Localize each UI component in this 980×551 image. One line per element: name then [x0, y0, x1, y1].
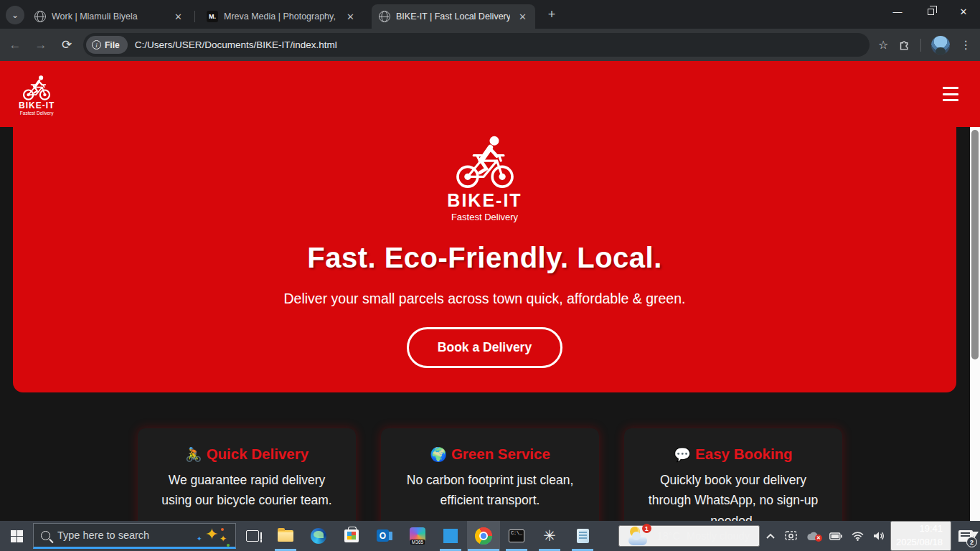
notepad-icon: [577, 529, 589, 543]
chatgpt-button[interactable]: ✳: [533, 521, 566, 551]
back-button[interactable]: ←: [4, 34, 26, 56]
bookmark-star-icon[interactable]: ☆: [878, 38, 888, 52]
reload-button[interactable]: ⟳: [56, 34, 77, 56]
hero-heading: Fast. Eco-Friendly. Local.: [307, 242, 662, 274]
chatgpt-icon: ✳: [542, 528, 557, 544]
weather-temp: 18°C: [657, 530, 680, 542]
logo-tagline: Fastest Delivery: [20, 110, 54, 116]
mreva-favicon-icon: M.: [207, 11, 218, 22]
new-tab-button[interactable]: +: [542, 5, 561, 24]
card-body: No carbon footprint just clean, efficien…: [395, 470, 585, 511]
start-button[interactable]: [0, 521, 33, 551]
book-delivery-button[interactable]: Book a Delivery: [407, 327, 562, 368]
card-body: We guarantee rapid delivery using our bi…: [152, 470, 341, 511]
clock-date: 2025/08/18: [896, 536, 943, 550]
microsoft-store-button[interactable]: [335, 521, 368, 551]
tab-title: Work | Mlamuli Biyela: [52, 11, 166, 22]
tab-work[interactable]: Work | Mlamuli Biyela ✕: [27, 4, 191, 29]
outlook-icon: O: [377, 529, 392, 543]
feature-cards: 🚴Quick Delivery We guarantee rapid deliv…: [0, 428, 980, 521]
edge-icon: [311, 528, 326, 544]
globe-emoji-icon: 🌍: [430, 447, 447, 462]
menu-kebab-icon[interactable]: ⋮: [960, 38, 971, 52]
terminal-icon: C:\_: [509, 529, 524, 542]
clock-time: 19:41: [896, 522, 943, 536]
cast-display-icon[interactable]: [785, 531, 797, 541]
edge-button[interactable]: [302, 521, 335, 551]
battery-icon[interactable]: [829, 532, 842, 540]
mostly-cloudy-night-icon: 1: [628, 527, 650, 545]
chip-label: File: [105, 40, 120, 50]
vscode-button[interactable]: [434, 521, 467, 551]
hero-section: BIKE-IT Fastest Delivery Fast. Eco-Frien…: [13, 127, 956, 392]
tab-close-icon[interactable]: ✕: [171, 11, 185, 22]
tab-mreva[interactable]: M. Mreva Media | Photography, Vi ✕: [199, 4, 363, 29]
clock-widget[interactable]: 19:41 2025/08/18: [890, 521, 951, 551]
onedrive-error-icon[interactable]: ✕: [806, 532, 820, 541]
address-bar[interactable]: i File C:/Users/USER/Documents/BIKE-IT/i…: [83, 33, 870, 57]
site-logo-small[interactable]: BIKE-IT Fastest Delivery: [19, 75, 55, 116]
cyclist-icon: [20, 75, 53, 100]
taskbar-search[interactable]: ✦✦✦: [33, 523, 236, 549]
file-scheme-chip[interactable]: i File: [86, 36, 128, 54]
weather-widget[interactable]: 1 18°C Mostly cloudy: [618, 525, 760, 547]
profile-avatar[interactable]: [931, 36, 950, 55]
speech-balloon-emoji-icon: 💬: [674, 447, 691, 462]
task-view-button[interactable]: [236, 521, 269, 551]
tab-title: BIKE-IT | Fast Local Delivery: [396, 11, 510, 22]
logo-tagline: Fastest Delivery: [451, 212, 518, 222]
scroll-down-arrow-icon: [970, 532, 979, 538]
forward-button[interactable]: →: [30, 34, 52, 56]
restore-button[interactable]: [914, 0, 947, 23]
m365-copilot-button[interactable]: M365: [401, 521, 434, 551]
cyclist-icon: [449, 134, 521, 189]
tab-close-icon[interactable]: ✕: [516, 11, 529, 22]
volume-icon[interactable]: [873, 531, 885, 541]
notification-count-badge: 2: [966, 537, 977, 547]
card-easy-booking: 💬Easy Booking Quickly book your delivery…: [624, 428, 842, 521]
command-prompt-button[interactable]: C:\_: [500, 521, 533, 551]
chrome-button[interactable]: [467, 521, 500, 551]
card-title: 🚴Quick Delivery: [152, 446, 341, 463]
search-input[interactable]: [57, 529, 172, 541]
onedrive-error-badge: ✕: [815, 534, 822, 542]
screen: ⌄ Work | Mlamuli Biyela ✕ M. Mreva Media…: [0, 0, 980, 551]
site-navbar: BIKE-IT Fastest Delivery: [0, 61, 980, 127]
windows-logo-icon: [11, 530, 23, 542]
search-icon: [41, 531, 50, 540]
tab-close-icon[interactable]: ✕: [344, 11, 357, 22]
wifi-icon[interactable]: [852, 532, 864, 541]
taskbar-right: 1 18°C Mostly cloudy ✕: [618, 521, 980, 551]
globe-favicon-icon: [34, 11, 46, 22]
toolbar-right: ☆ ⋮: [878, 36, 971, 55]
file-explorer-button[interactable]: [269, 521, 302, 551]
scrollbar-thumb[interactable]: [971, 130, 979, 359]
card-quick-delivery: 🚴Quick Delivery We guarantee rapid deliv…: [138, 428, 356, 521]
toolbar-divider: [920, 39, 921, 52]
globe-favicon-icon: [379, 11, 390, 22]
tab-search-chevron-icon[interactable]: ⌄: [6, 6, 24, 24]
logo-title: BIKE-IT: [19, 100, 55, 110]
page-scrollbar[interactable]: [970, 127, 980, 521]
task-view-icon: [246, 530, 259, 542]
close-button[interactable]: ✕: [947, 0, 980, 23]
minimize-button[interactable]: —: [881, 0, 914, 23]
tab-divider: [194, 11, 195, 22]
restore-icon: [928, 9, 934, 15]
logo-title: BIKE-IT: [447, 190, 522, 211]
hamburger-menu-icon[interactable]: [940, 85, 961, 103]
hidden-icons-chevron-icon[interactable]: [765, 532, 776, 540]
folder-icon: [278, 530, 293, 542]
puzzle-icon: [898, 39, 910, 51]
store-icon: [344, 529, 359, 542]
copilot-sparkle-icon: ✦✦✦: [197, 527, 230, 547]
tab-bike-it-active[interactable]: BIKE-IT | Fast Local Delivery ✕: [372, 4, 535, 29]
notepad-button[interactable]: [566, 521, 599, 551]
card-title: 💬Easy Booking: [639, 446, 828, 463]
windows-taskbar: ✦✦✦ O M365 C:\_ ✳ 1 18°C: [0, 521, 980, 551]
vscode-icon: [443, 529, 458, 543]
info-icon: i: [92, 40, 101, 50]
extensions-puzzle-icon[interactable]: [898, 39, 910, 51]
outlook-button[interactable]: O: [368, 521, 401, 551]
site-logo-large: BIKE-IT Fastest Delivery: [447, 134, 522, 222]
